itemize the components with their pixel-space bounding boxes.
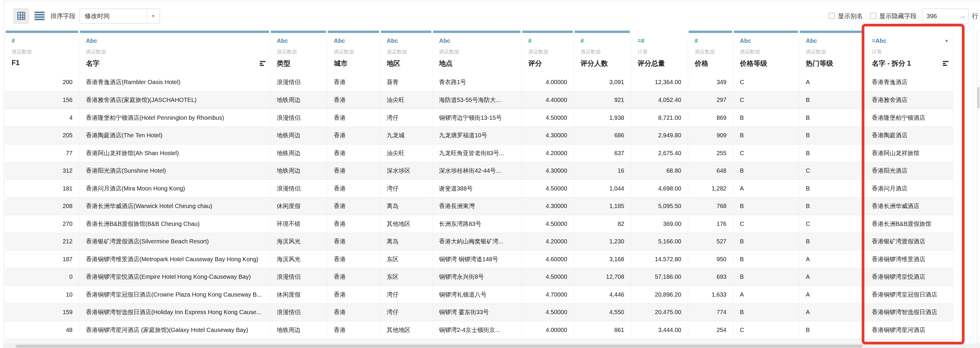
table-cell: 921	[574, 92, 631, 109]
table-cell: 香港阿山龙祥旅馆(Ah Shan Hostel)	[80, 145, 270, 162]
table-cell: 地铁周边	[270, 321, 327, 339]
field-name-row: 城市	[334, 59, 376, 68]
header-cell-地区[interactable]: Abc酒店数据地区	[380, 30, 433, 73]
row-count-input[interactable]: 396 →	[922, 9, 969, 24]
table-cell: 九龙城	[380, 127, 433, 145]
header-cell-地点[interactable]: Abc酒店数据地点	[433, 30, 522, 73]
field-source-label: 酒店数据	[740, 48, 795, 55]
field-source-label: 计算	[872, 48, 949, 55]
list-view-button[interactable]	[34, 10, 45, 22]
field-type-row: =#	[638, 37, 684, 44]
field-name: 评分总量	[638, 59, 665, 68]
table-cell: A	[799, 304, 865, 321]
table-cell: 212	[5, 233, 80, 251]
table-cell: 油尖旺	[380, 145, 433, 162]
table-row: 205香港陶庭酒店(The Ten Hotel)地铁周边香港九龙城九龙塘罗福道1…	[5, 127, 953, 145]
show-hidden-fields-checkbox[interactable]	[870, 13, 876, 19]
header-cell-类型[interactable]: Abc酒店数据类型	[270, 30, 327, 73]
field-name: 价格	[695, 59, 708, 68]
header-cell-热门等级[interactable]: Abc酒店数据热门等级	[799, 30, 865, 73]
vertical-scrollbar-thumb[interactable]	[977, 87, 979, 108]
table-cell: 地铁周边	[270, 145, 327, 162]
field-name-row: 价格	[695, 59, 729, 68]
table-cell: 297	[688, 92, 733, 109]
table-cell: 香港阳光酒店	[865, 162, 953, 180]
table-cell: 铜锣湾2-4京士顿街京...	[433, 321, 522, 339]
table-cell: B	[799, 109, 865, 127]
grid-view-button[interactable]	[14, 9, 29, 24]
field-type-icon: #	[11, 37, 15, 44]
sort-field-select[interactable]: 修改时间 ▼	[80, 9, 160, 24]
table-cell: 270	[5, 215, 80, 233]
toolbar-right-group: 显示别名 显示隐藏字段 396 → 行	[829, 9, 980, 24]
table-cell: 648	[688, 162, 733, 180]
apply-row-count-arrow-icon[interactable]: →	[956, 11, 968, 21]
field-name-row: 热门等级	[806, 59, 861, 68]
table-cell: 香港阿山龙祥旅馆	[865, 145, 953, 162]
header-cell-F1[interactable]: #酒店数据F1	[5, 30, 80, 73]
table-cell: 4.30000	[522, 162, 574, 180]
horizontal-scrollbar[interactable]	[4, 344, 980, 348]
field-source-label: 计算	[638, 48, 684, 55]
table-cell: 香港隆堡柏宁顿酒店	[865, 109, 953, 127]
header-cell-名字[interactable]: Abc酒店数据名字	[80, 30, 270, 73]
header-cell-评分总量[interactable]: =#计算评分总量	[631, 30, 688, 73]
table-cell: 0	[5, 269, 80, 286]
table-cell: A	[799, 73, 865, 91]
field-name: 评分	[528, 59, 542, 68]
field-name: 价格等级	[740, 59, 767, 68]
header-cell-评分人数[interactable]: #酒店数据评分人数	[574, 30, 631, 73]
table-cell: 其他地区	[380, 215, 433, 233]
table-cell: 4.20000	[522, 233, 574, 251]
sort-icon[interactable]	[260, 61, 266, 66]
table-cell: 205	[5, 127, 80, 145]
table-cell: 香港	[327, 304, 380, 321]
column-accent-bar	[522, 30, 573, 33]
field-source-label: 酒店数据	[439, 48, 517, 55]
field-name-row: F1	[11, 59, 75, 67]
table-row: 181香港问月酒店(Mira Moon Hong Kong)浪漫情侣香港湾仔谢斐…	[5, 180, 953, 197]
table-cell: 铜锣湾礼顿道八号	[433, 286, 522, 304]
field-type-icon: #	[695, 37, 698, 44]
vertical-scrollbar[interactable]	[976, 30, 980, 344]
field-name: 热门等级	[806, 59, 833, 68]
field-type-row: =Abc▼	[872, 37, 949, 44]
sort-icon[interactable]	[943, 61, 949, 66]
table-cell: 4,550	[574, 304, 631, 321]
field-type-icon: #	[581, 37, 584, 44]
table-body: 200香港青逸酒店(Rambler Oasis Hotel)浪漫情侣香港葵青青衣…	[5, 73, 953, 344]
table-cell: C	[733, 145, 799, 162]
table-row: 48香港铜锣湾星河酒店 (家庭旅馆)(Galaxy Hotel Causeway…	[5, 321, 953, 339]
header-cell-名字 - 拆分 1[interactable]: =Abc▼计算名字 - 拆分 1	[865, 30, 953, 73]
field-type-icon: Abc	[86, 37, 97, 44]
field-name-row: 评分人数	[581, 59, 627, 68]
table-row: 0香港铜锣湾皇悦酒店(Empire Hotel Hong Kong-Causew…	[5, 268, 953, 286]
table-cell: 637	[574, 145, 631, 162]
table-cell: 香港	[327, 286, 380, 304]
table-cell: 4.70000	[522, 286, 574, 304]
table-cell: 4,446	[574, 286, 631, 304]
table-cell: 香港问月酒店	[865, 180, 953, 197]
header-cell-价格[interactable]: #酒店数据价格	[688, 30, 733, 73]
table-row: 200香港青逸酒店(Rambler Oasis Hotel)浪漫情侣香港葵青青衣…	[5, 73, 953, 91]
header-cell-城市[interactable]: Abc酒店数据城市	[327, 30, 380, 73]
field-type-icon: Abc	[806, 37, 817, 44]
table-cell: 200	[5, 73, 80, 91]
field-source-label: 酒店数据	[86, 48, 266, 55]
horizontal-scrollbar-thumb[interactable]	[16, 345, 862, 348]
table-cell: B	[733, 198, 799, 215]
header-cell-价格等级[interactable]: Abc酒店数据价格等级	[733, 30, 799, 73]
table-cell: 176	[688, 215, 733, 233]
table-cell: 774	[688, 304, 733, 321]
column-menu-caret-icon[interactable]: ▼	[944, 38, 949, 43]
field-source-label: 酒店数据	[387, 48, 428, 55]
show-alias-label: 显示别名	[838, 12, 863, 20]
table-cell: 香港	[327, 233, 380, 251]
table-cell: 铜锣湾 铜锣湾道148号	[433, 251, 522, 268]
table-cell: 16	[574, 162, 631, 180]
column-accent-bar	[734, 30, 798, 33]
header-cell-评分[interactable]: #酒店数据评分	[522, 30, 574, 73]
table-cell: 香港	[327, 251, 380, 268]
column-accent-bar	[381, 30, 431, 33]
show-alias-checkbox[interactable]	[829, 13, 835, 19]
